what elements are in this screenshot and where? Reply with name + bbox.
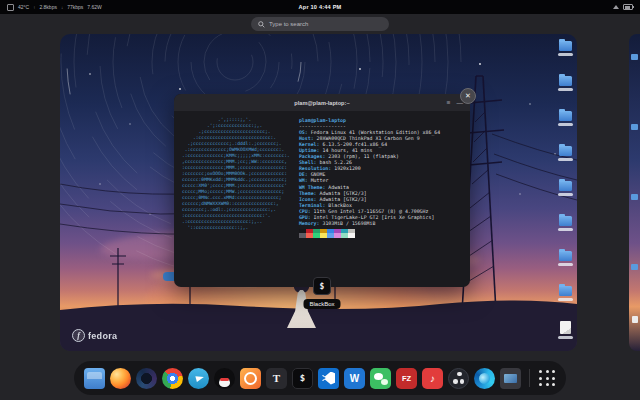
search-icon <box>258 21 265 28</box>
monitor-screen <box>504 374 517 383</box>
fedora-wordmark: fedora <box>88 331 117 341</box>
palette-swatch <box>348 233 355 238</box>
dock-icon-filezilla[interactable]: FZ <box>396 368 417 389</box>
music-note-icon: ♪ <box>430 373 435 384</box>
download-speed: 77kbps <box>67 4 83 10</box>
desktop-icon-file[interactable] <box>558 321 573 339</box>
dock-icon-vscode[interactable] <box>318 368 339 389</box>
battery-icon <box>623 4 633 10</box>
wps-glyph: W <box>350 373 359 384</box>
clock[interactable]: Apr 10 4:44 PM <box>299 4 342 10</box>
dock-icon-obs[interactable] <box>448 368 469 389</box>
folder-icon <box>631 194 638 200</box>
dock-icon-downloader[interactable] <box>240 368 261 389</box>
girl-dress <box>287 290 316 328</box>
palette-swatch <box>320 233 327 238</box>
desktop-icon-folder[interactable] <box>558 286 573 301</box>
palette-swatch <box>313 233 320 238</box>
obs-lobe <box>453 379 458 384</box>
terminal-content: .',;::::;,'. .';:cccccccccccc:;,. .;cccc… <box>174 111 470 244</box>
terminal-titlebar[interactable]: plam@plam-laptop:~ ≡ — <box>174 94 470 111</box>
vscode-mark <box>322 372 335 385</box>
dock-icon-blackbox-terminal[interactable]: $ <box>292 368 313 389</box>
gnome-activities-overview: 42°C ↑ 2.8kbps ↓ 77kbps 7.62W Apr 10 4:4… <box>0 0 640 400</box>
paper-plane-icon <box>195 374 204 382</box>
show-apps-button[interactable] <box>538 369 556 387</box>
terminal-title: plam@plam-laptop:~ <box>294 100 349 106</box>
desktop-icon-folder[interactable] <box>558 251 573 266</box>
dock-icon-telegram[interactable] <box>188 368 209 389</box>
terminal-color-palette <box>299 229 440 238</box>
chat-bubble <box>374 373 383 380</box>
dock-icon-edge[interactable] <box>474 368 495 389</box>
dock-icon-chrome[interactable] <box>162 368 183 389</box>
obs-lobe <box>460 379 465 384</box>
wifi-icon <box>613 5 619 9</box>
fastfetch-output: plam@plam-laptop ---------------- OS: Fe… <box>299 117 440 238</box>
desktop-icon-folder[interactable] <box>558 76 573 91</box>
fetch-info-rows: OS: Fedora Linux 41 (Workstation Edition… <box>299 129 440 226</box>
dock-icon-browser-dark[interactable] <box>136 368 157 389</box>
palette-row-2 <box>299 233 440 238</box>
dock-icon-displays[interactable] <box>500 368 521 389</box>
dock-icon-typora[interactable]: T <box>266 368 287 389</box>
desktop-icon-folder[interactable] <box>558 111 573 126</box>
blackbox-app-badge[interactable]: $ <box>313 277 331 295</box>
dock-icon-firefox[interactable] <box>110 368 131 389</box>
desktop-icon-folder[interactable] <box>558 181 573 196</box>
menu-icon[interactable]: ≡ <box>447 99 451 106</box>
palette-swatch <box>334 233 341 238</box>
system-monitor-indicators[interactable]: 42°C ↑ 2.8kbps ↓ 77kbps 7.62W <box>7 4 102 11</box>
dock-icon-qq[interactable] <box>214 368 235 389</box>
file-icon <box>632 316 638 323</box>
typora-glyph: T <box>273 372 280 384</box>
system-status-area[interactable] <box>613 4 633 10</box>
dash-dock: T $ W FZ ♪ <box>74 361 566 395</box>
folder-icon <box>631 264 638 270</box>
folder-icon <box>631 124 638 130</box>
palette-swatch <box>341 233 348 238</box>
desktop-icon-folder[interactable] <box>558 216 573 231</box>
power-draw: 7.62W <box>87 4 101 10</box>
top-bar: 42°C ↑ 2.8kbps ↓ 77kbps 7.62W Apr 10 4:4… <box>0 0 640 14</box>
dock-icon-music[interactable]: ♪ <box>422 368 443 389</box>
prompt-glyph: $ <box>300 373 305 383</box>
next-workspace-preview[interactable] <box>629 34 640 351</box>
desktop-icon-folder[interactable] <box>558 146 573 161</box>
close-window-button[interactable]: ✕ <box>460 88 476 104</box>
upload-arrow-icon: ↑ <box>33 5 35 10</box>
filezilla-glyph: FZ <box>402 374 411 383</box>
palette-swatch <box>299 233 306 238</box>
dock-icon-messenger[interactable] <box>370 368 391 389</box>
dock-separator <box>529 369 530 387</box>
dock-icon-wps-writer[interactable]: W <box>344 368 365 389</box>
fetch-row: Memory: 3103MiB / 15698MiB <box>299 220 440 226</box>
download-arrow-icon: ↓ <box>61 5 63 10</box>
search-placeholder: Type to search <box>269 21 308 27</box>
palette-swatch <box>327 233 334 238</box>
search-input[interactable]: Type to search <box>251 17 389 31</box>
temperature-indicator: 42°C <box>18 4 29 10</box>
chat-bubble <box>381 379 388 385</box>
upload-speed: 2.8kbps <box>39 4 57 10</box>
dock-icon-files[interactable] <box>84 368 105 389</box>
cpu-icon <box>7 4 14 11</box>
fedora-watermark: f fedora <box>72 329 117 342</box>
fedora-logo-icon: f <box>72 329 85 342</box>
desktop-icon-folder[interactable] <box>558 41 573 56</box>
fedora-ascii-art: .',;::::;,'. .';:cccccccccccc:;,. .;cccc… <box>182 117 290 238</box>
folder-icon <box>631 54 638 60</box>
desktop-icons <box>558 41 573 339</box>
palette-swatch <box>306 233 313 238</box>
ring-glyph <box>244 372 257 385</box>
window-title-tooltip: BlackBox <box>303 299 340 309</box>
terminal-window[interactable]: plam@plam-laptop:~ ≡ — ✕ .',;::::;,'. .'… <box>174 94 470 287</box>
obs-lobe <box>457 372 462 377</box>
penguin-scarf <box>220 378 229 381</box>
